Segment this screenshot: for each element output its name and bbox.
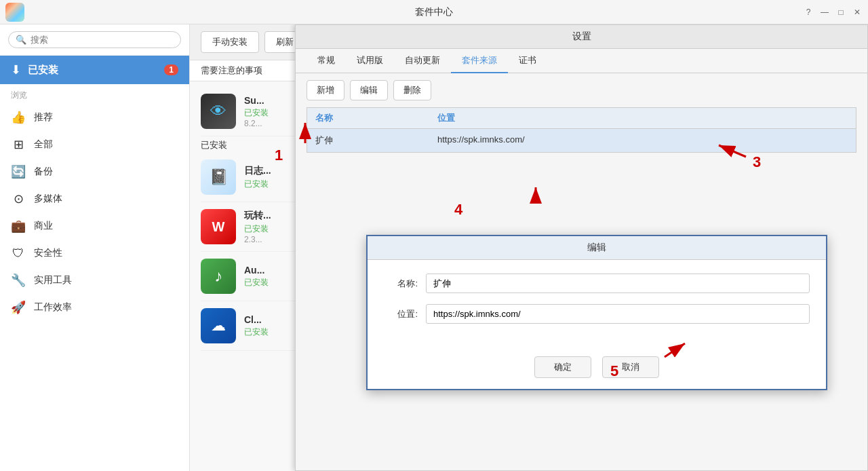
edit-ok-button[interactable]: 确定 [534,356,591,378]
all-icon: ⊞ [11,137,26,152]
source-name-cell: 扩伸 [315,134,437,147]
edit-location-label: 位置: [384,308,418,320]
tab-cert[interactable]: 证书 [508,49,547,73]
sidebar-item-all[interactable]: ⊞ 全部 [0,131,189,158]
window-controls: ? — □ ✕ [803,7,863,18]
sidebar-item-recommend[interactable]: 👍 推荐 [0,104,189,131]
help-button[interactable]: ? [803,7,814,18]
edit-dialog-footer: 确定 取消 [368,348,826,389]
edit-dialog: 编辑 名称: 位置: 确定 取消 [366,235,827,390]
sidebar-search-container: 🔍 [0,24,189,56]
settings-tabs: 常规 试用版 自动更新 套件来源 证书 [296,49,867,73]
sidebar-item-recommend-label: 推荐 [34,111,53,124]
source-location-cell: https://spk.imnks.com/ [437,134,848,147]
sidebar-item-tools-label: 实用工具 [34,274,72,286]
edit-source-button[interactable]: 编辑 [350,80,388,100]
backup-icon: 🔄 [11,164,26,179]
sidebar: 🔍 ⬇ 已安装 1 浏览 👍 推荐 ⊞ 全部 🔄 备份 ⊙ 多媒体 [0,24,190,471]
titlebar: 套件中心 ? — □ ✕ [0,0,868,24]
source-toolbar: 新增 编辑 删除 [296,73,867,107]
sidebar-item-installed[interactable]: ⬇ 已安装 1 [0,56,189,84]
tab-source[interactable]: 套件来源 [451,49,508,73]
edit-field-location: 位置: [384,304,810,324]
installed-label: 已安装 [28,64,157,77]
recommend-icon: 👍 [11,110,26,125]
source-table-header: 名称 位置 [307,108,856,129]
delete-source-button[interactable]: 删除 [393,80,431,100]
sidebar-item-tools[interactable]: 🔧 实用工具 [0,267,189,294]
installed-badge: 1 [164,64,178,75]
journal-icon: 📓 [210,168,228,186]
source-table-row[interactable]: 扩伸 https://spk.imnks.com/ [307,129,856,152]
sidebar-item-backup[interactable]: 🔄 备份 [0,158,189,185]
tab-trial[interactable]: 试用版 [346,49,394,73]
col-location-header: 位置 [437,112,848,124]
edit-dialog-body: 名称: 位置: [368,260,826,348]
business-icon: 💼 [11,219,26,233]
tab-autoupdate[interactable]: 自动更新 [394,49,451,73]
app-icon-audio: ♪ [201,259,236,294]
settings-title: 设置 [296,25,867,49]
maximize-button[interactable]: □ [835,7,846,18]
app-icon-journal: 📓 [201,159,236,195]
sidebar-item-productivity[interactable]: 🚀 工作效率 [0,294,189,321]
edit-location-input[interactable] [426,304,810,324]
sidebar-item-backup-label: 备份 [34,166,53,178]
sidebar-item-productivity-label: 工作效率 [34,301,72,314]
sidebar-item-business[interactable]: 💼 商业 [0,212,189,240]
audio-icon: ♪ [214,267,222,286]
main-layout: 🔍 ⬇ 已安装 1 浏览 👍 推荐 ⊞ 全部 🔄 备份 ⊙ 多媒体 [0,24,868,471]
sidebar-item-security[interactable]: 🛡 安全性 [0,240,189,267]
sidebar-item-security-label: 安全性 [34,247,62,259]
sidebar-item-all-label: 全部 [34,138,53,151]
content-area: 手动安装 刷新 设置 ← 2 ≡ 需要注意的事项 👁 [190,24,868,471]
download-icon: ⬇ [11,62,21,77]
close-button[interactable]: ✕ [852,7,863,18]
edit-dialog-title: 编辑 [368,236,826,260]
notice-text: 需要注意的事项 [201,65,262,75]
cloud-icon: ☁ [211,317,226,335]
media-icon: ⊙ [11,191,26,206]
sidebar-item-media[interactable]: ⊙ 多媒体 [0,185,189,212]
minimize-button[interactable]: — [819,7,830,18]
edit-name-input[interactable] [426,274,810,293]
browse-label: 浏览 [0,84,189,104]
sidebar-item-media-label: 多媒体 [34,193,62,205]
edit-name-label: 名称: [384,278,418,290]
search-box[interactable]: 🔍 [8,31,181,48]
camera-icon: 👁 [210,102,226,121]
source-table: 名称 位置 扩伸 https://spk.imnks.com/ [307,107,856,153]
app-icon-surveillance: 👁 [201,94,236,129]
productivity-icon: 🚀 [11,300,26,315]
edit-cancel-button[interactable]: 取消 [602,356,659,378]
add-source-button[interactable]: 新增 [307,80,344,100]
edit-field-name: 名称: [384,274,810,293]
search-input[interactable] [31,35,174,45]
col-name-header: 名称 [315,112,437,124]
app-logo [5,3,24,22]
manual-install-button[interactable]: 手动安装 [201,31,259,53]
app-icon-wps: W [201,209,236,244]
tools-icon: 🔧 [11,273,26,288]
app-icon-cloud: ☁ [201,308,236,343]
tab-general[interactable]: 常规 [307,49,346,73]
sidebar-item-business-label: 商业 [34,220,53,232]
security-icon: 🛡 [11,246,26,261]
wps-icon: W [212,219,225,235]
window-title: 套件中心 [415,6,453,18]
search-icon: 🔍 [16,35,26,45]
